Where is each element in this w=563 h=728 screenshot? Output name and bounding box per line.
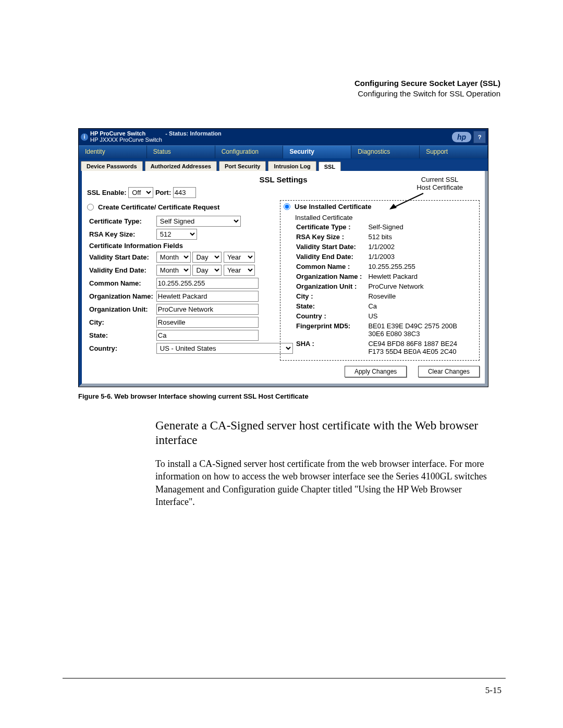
header-subtitle: Configuring the Switch for SSL Operation	[358, 89, 500, 98]
ic-rsa-label: RSA Key Size :	[296, 232, 367, 241]
start-month-select[interactable]: Month	[156, 252, 191, 263]
ssl-settings-panel: SSL Settings Current SSL Host Certificat…	[82, 171, 485, 384]
end-day-select[interactable]: Day	[192, 265, 222, 276]
window-title: HP ProCurve Switch	[90, 130, 145, 137]
use-installed-radio[interactable]	[284, 203, 290, 210]
cert-type-label: Certificate Type:	[88, 215, 154, 227]
ic-state-value: Ca	[368, 302, 475, 311]
city-label: City:	[88, 316, 154, 328]
ic-rsa-value: 512 bits	[368, 232, 475, 241]
country-select[interactable]: US - United States	[156, 343, 293, 354]
ic-vstart-label: Validity Start Date:	[296, 242, 367, 251]
ic-on-label: Organization Name :	[296, 272, 367, 281]
installed-cert-info: Certificate Type :Self-Signed RSA Key Si…	[295, 221, 476, 357]
ssl-enable-label: SSL Enable:	[87, 189, 127, 196]
ic-city-label: City :	[296, 292, 367, 301]
tab-identity[interactable]: Identity	[79, 145, 147, 158]
validity-end-label: Validity End Date:	[88, 264, 154, 276]
ic-on-value: Hewlett Packard	[368, 272, 475, 281]
common-name-input[interactable]	[156, 278, 259, 289]
create-cert-label: Create Certificate/ Certificate Request	[98, 203, 219, 211]
info-icon: i	[81, 133, 88, 141]
header-title: Configuring Secure Socket Layer (SSL)	[354, 79, 500, 88]
ic-sha-label: SHA :	[296, 339, 367, 356]
ic-vstart-value: 1/1/2002	[368, 242, 475, 251]
help-button[interactable]: ?	[473, 131, 486, 143]
apply-changes-button[interactable]: Apply Changes	[345, 366, 407, 377]
end-month-select[interactable]: Month	[156, 265, 191, 276]
create-certificate-section: Create Certificate/ Certificate Request …	[87, 203, 275, 361]
page-number: 5-15	[485, 685, 501, 696]
common-name-label: Common Name:	[88, 277, 154, 289]
main-tab-bar: Identity Status Configuration Security D…	[79, 145, 488, 159]
use-installed-label: Use Installed Certificate	[295, 203, 371, 211]
sub-tab-bar: Device Passwords Authorized Addresses Po…	[79, 159, 488, 171]
subtab-device-passwords[interactable]: Device Passwords	[81, 161, 143, 171]
ic-country-value: US	[368, 312, 475, 320]
cert-type-select[interactable]: Self Signed	[156, 216, 241, 227]
certificate-form: Certificate Type: Self Signed RSA Key Si…	[87, 214, 295, 355]
installed-certificate-section: Use Installed Certificate Installed Cert…	[280, 200, 480, 361]
ic-type-value: Self-Signed	[368, 223, 475, 231]
validity-start-label: Validity Start Date:	[88, 251, 154, 263]
ic-state-label: State:	[296, 302, 367, 311]
ic-vend-value: 1/1/2003	[368, 252, 475, 261]
ic-md5-value: BE01 E39E D49C 2575 200B 30E6 E080 38C3	[368, 322, 475, 338]
titlebar: i HP ProCurve Switch - Status: Informati…	[79, 129, 488, 145]
subtab-port-security[interactable]: Port Security	[219, 161, 266, 171]
create-cert-radio[interactable]	[87, 204, 94, 211]
section-paragraph: To install a CA-Signed server host certi…	[155, 458, 500, 508]
org-name-label: Organization Name:	[88, 290, 154, 302]
ic-ou-value: ProCurve Network	[368, 282, 475, 291]
button-row: Apply Changes Clear Changes	[87, 366, 480, 378]
subtab-authorized-addresses[interactable]: Authorized Addresses	[145, 161, 217, 171]
section-heading: Generate a CA-Signed server host certifi…	[155, 418, 500, 449]
subtab-ssl[interactable]: SSL	[319, 162, 341, 171]
start-day-select[interactable]: Day	[192, 252, 222, 263]
hp-logo-icon: hp	[452, 132, 471, 142]
org-name-input[interactable]	[156, 291, 259, 302]
org-unit-input[interactable]	[156, 304, 259, 315]
port-input[interactable]	[173, 187, 196, 198]
rsa-key-select[interactable]: 512	[156, 229, 197, 240]
tab-support[interactable]: Support	[420, 145, 488, 158]
ssl-enable-select[interactable]: Off	[128, 187, 153, 198]
state-label: State:	[88, 329, 154, 341]
ic-vend-label: Validity End Date:	[296, 252, 367, 261]
tab-security[interactable]: Security	[283, 145, 351, 158]
ic-sha-value: CE94 BFD8 86F8 1887 BE24 F173 55D4 BE0A …	[368, 339, 475, 356]
footer-rule	[63, 678, 506, 678]
current-ssl-label: Current SSL Host Certificate	[412, 174, 467, 193]
screenshot-figure: i HP ProCurve Switch - Status: Informati…	[78, 128, 500, 400]
tab-status[interactable]: Status	[147, 145, 215, 158]
ic-city-value: Roseville	[368, 292, 475, 301]
state-input[interactable]	[156, 330, 259, 341]
figure-caption: Figure 5-6. Web browser Interface showin…	[78, 392, 500, 400]
start-year-select[interactable]: Year	[224, 252, 255, 263]
ic-ou-label: Organization Unit :	[296, 282, 367, 291]
ic-md5-label: Fingerprint MD5:	[296, 322, 367, 338]
ic-type-label: Certificate Type :	[296, 223, 367, 231]
cert-info-section-label: Certificate Information Fields	[88, 241, 294, 250]
country-label: Country:	[88, 342, 154, 354]
org-unit-label: Organization Unit:	[88, 303, 154, 315]
installed-header: Installed Certificate	[284, 214, 476, 221]
ic-cn-value: 10.255.255.255	[368, 262, 475, 271]
app-window: i HP ProCurve Switch - Status: Informati…	[78, 128, 488, 387]
city-input[interactable]	[156, 317, 259, 328]
end-year-select[interactable]: Year	[224, 265, 255, 276]
port-label: Port:	[155, 189, 171, 196]
window-subtitle: HP JXXXX ProCurve Switch	[90, 137, 162, 143]
rsa-key-label: RSA Key Size:	[88, 228, 154, 240]
clear-changes-button[interactable]: Clear Changes	[418, 366, 480, 377]
document-header: Configuring Secure Socket Layer (SSL) Co…	[78, 78, 500, 100]
subtab-intrusion-log[interactable]: Intrusion Log	[268, 161, 316, 171]
ic-cn-label: Common Name :	[296, 262, 367, 271]
tab-configuration[interactable]: Configuration	[215, 145, 284, 158]
tab-diagnostics[interactable]: Diagnostics	[351, 145, 420, 158]
window-status: - Status: Information	[165, 130, 222, 137]
ic-country-label: Country :	[296, 312, 367, 320]
